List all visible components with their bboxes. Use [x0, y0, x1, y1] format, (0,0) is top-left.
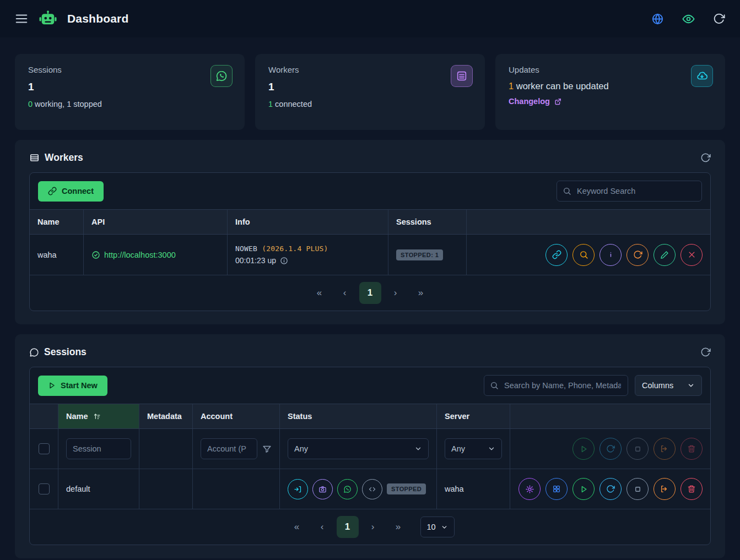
session-apps-button[interactable]	[545, 478, 568, 500]
connect-button-label: Connect	[62, 187, 94, 195]
filter-metadata-cell	[139, 429, 192, 469]
start-new-button-label: Start New	[61, 381, 98, 390]
sessions-page-last-button[interactable]: »	[387, 516, 409, 538]
check-circle-icon	[91, 251, 100, 259]
page-size-value: 10	[427, 523, 436, 531]
workers-refresh-button[interactable]	[700, 153, 711, 163]
session-whatsapp-button[interactable]	[337, 479, 358, 499]
worker-version: (2026.1.4 PLUS)	[262, 244, 328, 253]
filter-server-select[interactable]: Any	[445, 438, 502, 459]
sessions-header-server[interactable]: Server	[436, 404, 510, 428]
select-all-cell	[30, 429, 58, 469]
card-workers: Workers 1 1 connected	[255, 54, 485, 130]
sessions-header-name[interactable]: Name	[58, 404, 139, 428]
worker-name: waha	[30, 235, 83, 275]
card-sessions-label: Sessions	[28, 65, 231, 74]
workers-page-current[interactable]: 1	[359, 282, 381, 304]
sessions-page-first-button[interactable]: «	[286, 516, 308, 538]
card-workers-detail-rest: connected	[273, 100, 312, 108]
workers-page-first-button[interactable]: «	[309, 282, 331, 304]
sessions-search-input[interactable]	[484, 375, 628, 396]
chevron-down-icon	[488, 445, 495, 453]
filter-account-input[interactable]	[201, 438, 257, 459]
sessions-header-account[interactable]: Account	[192, 404, 279, 428]
session-api-code-button[interactable]	[362, 479, 382, 499]
session-actions	[510, 469, 710, 509]
session-restart-button[interactable]	[599, 478, 622, 500]
worker-actions	[466, 235, 710, 275]
columns-dropdown[interactable]: Columns	[635, 375, 702, 396]
session-delete-button[interactable]	[680, 478, 703, 500]
eye-visibility-button[interactable]	[682, 12, 695, 25]
sessions-header-metadata[interactable]: Metadata	[139, 404, 192, 428]
sessions-panel-title: Sessions	[29, 346, 87, 358]
worker-uptime: 00:01:23 up	[235, 256, 276, 265]
filter-funnel-icon[interactable]	[262, 444, 272, 454]
session-stop-button[interactable]	[626, 478, 649, 500]
bulk-stop-button[interactable]	[626, 438, 649, 460]
bulk-restart-button[interactable]	[599, 438, 622, 460]
refresh-page-button[interactable]	[712, 12, 726, 25]
worker-edit-button[interactable]	[653, 244, 676, 266]
page-size-select[interactable]: 10	[420, 516, 455, 537]
worker-restart-button[interactable]	[626, 244, 649, 266]
search-icon	[490, 381, 499, 390]
filter-status-select[interactable]: Any	[288, 438, 429, 459]
workers-header-name[interactable]: Name	[30, 210, 83, 234]
sessions-page-prev-button[interactable]: ‹	[311, 516, 333, 538]
main-content: Sessions 1 0 working, 1 stopped Workers …	[0, 37, 740, 558]
sessions-refresh-button[interactable]	[700, 347, 711, 357]
session-config-button[interactable]	[518, 478, 541, 500]
workers-page-last-button[interactable]: »	[410, 282, 432, 304]
session-logout-button[interactable]	[653, 478, 676, 500]
card-workers-value: 1	[268, 81, 472, 93]
session-row-checkbox[interactable]	[39, 483, 50, 494]
workers-page-prev-button[interactable]: ‹	[334, 282, 356, 304]
worker-sessions-cell: STOPPED: 1	[388, 235, 466, 275]
session-select-cell	[30, 469, 58, 509]
worker-search-button[interactable]	[572, 244, 595, 266]
worker-info-button[interactable]	[599, 244, 622, 266]
workers-search	[557, 181, 702, 202]
select-all-checkbox[interactable]	[39, 443, 50, 454]
sessions-header-name-label: Name	[66, 412, 88, 421]
card-sessions-value: 1	[28, 81, 231, 93]
worker-open-link-button[interactable]	[545, 244, 568, 266]
sessions-panel: Sessions Start New Columns	[15, 334, 725, 558]
session-start-button[interactable]	[572, 478, 595, 500]
workers-header-info[interactable]: Info	[227, 210, 388, 234]
filter-name-input[interactable]	[66, 438, 131, 459]
whatsapp-icon	[210, 65, 233, 87]
columns-dropdown-label: Columns	[642, 381, 673, 390]
sessions-page-next-button[interactable]: ›	[362, 516, 384, 538]
info-circle-icon[interactable]	[280, 257, 288, 265]
connect-worker-button[interactable]: Connect	[38, 181, 104, 202]
workers-panel-title: Workers	[29, 152, 83, 164]
card-updates-message-rest: worker can be updated	[514, 81, 608, 91]
bulk-actions	[510, 429, 710, 469]
sessions-page-current[interactable]: 1	[337, 516, 359, 538]
sessions-header-status[interactable]: Status	[279, 404, 436, 428]
workers-header-sessions[interactable]: Sessions	[388, 210, 466, 234]
worker-remove-button[interactable]	[680, 244, 703, 266]
workers-table-header: Name API Info Sessions	[30, 209, 710, 235]
workers-header-api[interactable]: API	[83, 210, 227, 234]
workers-title-text: Workers	[45, 152, 83, 164]
start-new-session-button[interactable]: Start New	[38, 376, 107, 396]
changelog-link[interactable]: Changelog	[509, 97, 562, 106]
globe-language-button[interactable]	[651, 12, 664, 25]
bulk-delete-button[interactable]	[680, 438, 703, 460]
sessions-search	[484, 375, 628, 396]
card-updates: Updates 1 worker can be updated Changelo…	[495, 54, 725, 130]
menu-hamburger-button[interactable]	[14, 12, 29, 26]
bulk-start-button[interactable]	[572, 438, 595, 460]
bulk-logout-button[interactable]	[653, 438, 676, 460]
stat-cards: Sessions 1 0 working, 1 stopped Workers …	[15, 54, 725, 130]
workers-search-input[interactable]	[557, 181, 702, 202]
filter-status-cell: Any	[279, 429, 436, 469]
session-screenshot-button[interactable]	[312, 479, 333, 499]
session-login-button[interactable]	[288, 479, 308, 499]
page-title: Dashboard	[67, 12, 129, 25]
worker-api-link[interactable]: http://localhost:3000	[91, 251, 176, 259]
workers-page-next-button[interactable]: ›	[385, 282, 407, 304]
